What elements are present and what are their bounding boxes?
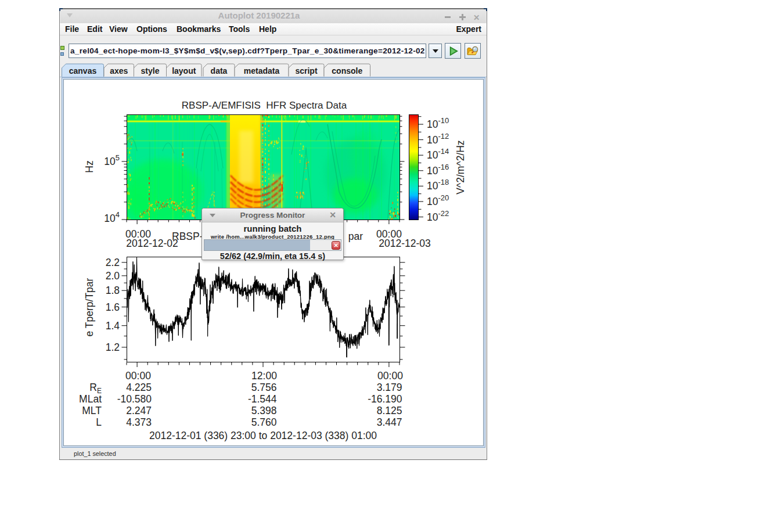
- svg-text:2012-12-02: 2012-12-02: [126, 238, 178, 249]
- svg-text:e Tperp/Tpar: e Tperp/Tpar: [84, 278, 95, 336]
- svg-text:10-12: 10-12: [427, 132, 449, 146]
- svg-text:3.447: 3.447: [377, 416, 402, 428]
- svg-text:metadata: metadata: [244, 66, 280, 76]
- svg-text:L: L: [96, 416, 102, 428]
- svg-text:-10.580: -10.580: [117, 393, 152, 405]
- svg-text:8.125: 8.125: [377, 405, 402, 416]
- svg-text:10-10: 10-10: [427, 116, 449, 130]
- svg-text:MLT: MLT: [82, 405, 102, 416]
- svg-text:10-20: 10-20: [427, 193, 449, 207]
- svg-text:axes: axes: [110, 66, 128, 76]
- svg-text:2.247: 2.247: [126, 405, 152, 416]
- svg-text:2012-12-01 (336) 23:00 to 2012: 2012-12-01 (336) 23:00 to 2012-12-03 (33…: [149, 430, 377, 441]
- svg-text:console: console: [332, 66, 362, 76]
- svg-text:Hz: Hz: [84, 160, 95, 172]
- svg-text:12:00: 12:00: [251, 370, 277, 382]
- svg-text:5.756: 5.756: [251, 382, 277, 393]
- svg-text:data: data: [211, 66, 228, 76]
- svg-text:par: par: [348, 231, 363, 242]
- svg-text:MLat: MLat: [79, 393, 102, 405]
- svg-text:10-14: 10-14: [427, 147, 449, 161]
- svg-text:1.8: 1.8: [106, 285, 120, 296]
- svg-text:104: 104: [104, 210, 120, 224]
- svg-text:RBSP-A/EMFISIS HFR Spectra Da: RBSP-A/EMFISIS HFR Spectra Data: [182, 100, 347, 111]
- svg-text:1.2: 1.2: [106, 342, 120, 353]
- svg-text:2012-12-03: 2012-12-03: [379, 238, 431, 249]
- svg-text:00:00: 00:00: [377, 370, 403, 382]
- svg-text:-1.544: -1.544: [248, 393, 277, 405]
- svg-text:2.0: 2.0: [106, 270, 120, 282]
- svg-text:5.398: 5.398: [251, 405, 277, 416]
- svg-text:00:00: 00:00: [125, 370, 151, 382]
- svg-text:-16.190: -16.190: [368, 393, 402, 405]
- svg-text:style: style: [141, 66, 160, 76]
- svg-text:5.760: 5.760: [251, 416, 277, 428]
- svg-text:layout: layout: [172, 66, 196, 76]
- svg-text:10-22: 10-22: [427, 209, 449, 223]
- svg-text:3.179: 3.179: [377, 382, 402, 393]
- svg-text:10-16: 10-16: [427, 163, 449, 177]
- svg-text:script: script: [295, 66, 317, 76]
- svg-text:1.4: 1.4: [106, 320, 120, 332]
- svg-text:10-18: 10-18: [427, 178, 449, 192]
- svg-text:canvas: canvas: [69, 66, 97, 76]
- svg-text:V^2/m^2/Hz: V^2/m^2/Hz: [455, 140, 466, 194]
- svg-text:105: 105: [104, 153, 120, 167]
- svg-text:1.6: 1.6: [106, 301, 120, 313]
- svg-text:4.225: 4.225: [126, 382, 152, 393]
- svg-text:4.373: 4.373: [126, 416, 152, 428]
- svg-text:2.2: 2.2: [106, 257, 120, 268]
